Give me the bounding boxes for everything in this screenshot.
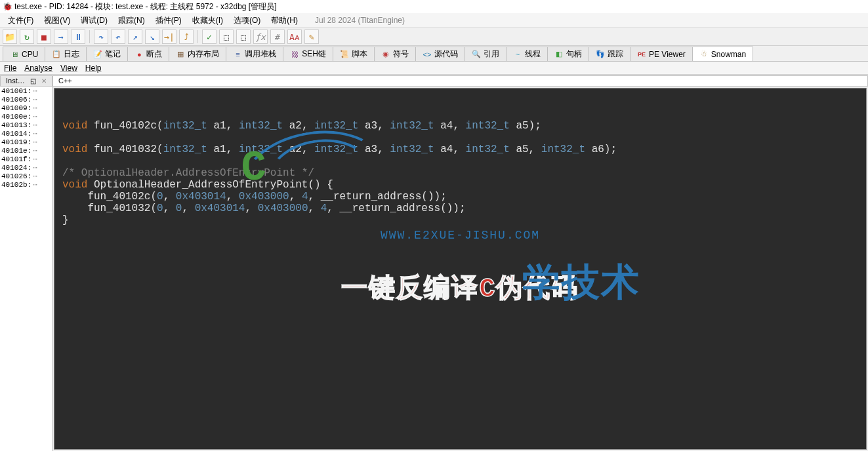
toolbar-step-8[interactable]: ↘: [145, 29, 159, 44]
watermark-slogan: 一键反编译C伪代码: [280, 269, 640, 305]
toolbar-run[interactable]: →: [54, 29, 68, 44]
toolbar-stop[interactable]: ■: [37, 29, 51, 44]
menu-plugins[interactable]: 插件(P): [150, 14, 187, 28]
sym-icon: ◉: [381, 50, 390, 59]
menu-trace[interactable]: 跟踪(N): [113, 14, 150, 28]
script-icon: 📜: [340, 50, 349, 59]
watermark: C 学技术 WWW.E2XUE-JISHU.COM 一键反编译C伪代码: [280, 128, 640, 329]
tab-handles[interactable]: ◧句柄: [547, 47, 589, 61]
menu-file[interactable]: 文件(F): [3, 14, 39, 28]
panel-tab-cpp[interactable]: C++: [52, 75, 868, 87]
address-row[interactable]: 40100e:⋯: [0, 112, 52, 121]
toolbar-pause[interactable]: ⏸: [71, 29, 85, 44]
toolbar-step-into[interactable]: ↷: [94, 29, 108, 44]
bp-icon: ●: [134, 50, 144, 59]
detach-icon[interactable]: ◱: [30, 77, 36, 85]
tab-source[interactable]: <>源代码: [415, 47, 465, 61]
submenu-view[interactable]: View: [60, 64, 77, 73]
tab-notes[interactable]: 📝笔记: [86, 47, 128, 61]
address-row[interactable]: 401009:⋯: [0, 104, 52, 112]
pe-icon: PE: [637, 50, 646, 59]
trace-icon: 👣: [596, 50, 605, 59]
submenu-help[interactable]: Help: [85, 64, 102, 73]
toolbar-edit[interactable]: ✎: [304, 29, 319, 44]
divider: [197, 30, 198, 43]
menu-debug[interactable]: 调试(D): [75, 14, 113, 28]
menu-options[interactable]: 选项(O): [228, 14, 266, 28]
tab-pe[interactable]: PEPE Viewer: [630, 47, 693, 61]
menu-favorites[interactable]: 收藏夹(I): [187, 14, 228, 28]
submenu-analyse[interactable]: Analyse: [24, 64, 52, 73]
toolbar-hash[interactable]: #: [270, 29, 285, 44]
toolbar-fx[interactable]: ƒx: [253, 29, 268, 44]
toolbar-label[interactable]: Aᴀ: [287, 29, 302, 44]
toolbar-step-over[interactable]: ↶: [111, 29, 125, 44]
address-row[interactable]: 401006:⋯: [0, 95, 52, 104]
tab-memmap[interactable]: ▦内存布局: [169, 47, 226, 61]
snowman-icon: ☃: [699, 50, 709, 59]
address-row[interactable]: 40102b:⋯: [0, 180, 52, 189]
panel-tab-inst[interactable]: Inst… ◱ ✕: [0, 75, 52, 87]
notes-icon: 📝: [93, 50, 102, 59]
tab-log[interactable]: 📋日志: [45, 47, 87, 61]
snowman-menubar: File Analyse View Help: [0, 62, 868, 75]
main-area: 401001:⋯401006:⋯401009:⋯40100e:⋯401013:⋯…: [0, 87, 868, 451]
toolbar-exec-till[interactable]: ⤴: [179, 29, 194, 44]
toolbar-comment[interactable]: ⬚: [236, 29, 251, 44]
toolbar: 📁 ↻ ■ → ⏸ ↷ ↶ ↗ ↘ →| ⤴ ✓ ⬚ ⬚ ƒx # Aᴀ ✎: [0, 28, 868, 46]
address-row[interactable]: 401014:⋯: [0, 129, 52, 138]
titlebar: 🐞 test.exe - PID: 14284 - 模块: test.exe -…: [0, 0, 868, 13]
divider: [89, 30, 90, 43]
ref-icon: 🔍: [472, 50, 481, 59]
tab-snowman[interactable]: ☃Snowman: [692, 47, 753, 61]
panel-tabs: Inst… ◱ ✕ C++: [0, 75, 868, 87]
build-info: Jul 28 2024 (TitanEngine): [310, 14, 410, 26]
address-row[interactable]: 401026:⋯: [0, 172, 52, 180]
address-row[interactable]: 40101f:⋯: [0, 155, 52, 163]
toolbar-patches[interactable]: ⬚: [219, 29, 234, 44]
watermark-url: WWW.E2XUE-JISHU.COM: [280, 229, 640, 242]
tab-trace[interactable]: 👣跟踪: [589, 47, 630, 61]
stack-icon: ≡: [233, 50, 242, 59]
address-row[interactable]: 40101e:⋯: [0, 146, 52, 155]
toolbar-step-out[interactable]: ↗: [128, 29, 142, 44]
tab-seh[interactable]: ⛓SEH链: [283, 47, 333, 61]
address-row[interactable]: 401001:⋯: [0, 87, 52, 95]
address-row[interactable]: 401024:⋯: [0, 163, 52, 172]
toolbar-check[interactable]: ✓: [202, 29, 217, 44]
decompiled-code[interactable]: void fun_40102c(int32_t a1, int32_t a2, …: [54, 88, 867, 450]
menubar: 文件(F) 视图(V) 调试(D) 跟踪(N) 插件(P) 收藏夹(I) 选项(…: [0, 13, 868, 28]
tab-symbols[interactable]: ◉符号: [374, 47, 416, 61]
tab-threads[interactable]: ~线程: [506, 47, 548, 61]
tab-cpu[interactable]: 🖥CPU: [3, 47, 45, 61]
window-title: test.exe - PID: 14284 - 模块: test.exe - 线…: [14, 1, 276, 12]
close-icon[interactable]: ✕: [41, 77, 47, 85]
tab-script[interactable]: 📜脚本: [333, 47, 375, 61]
address-row[interactable]: 401019:⋯: [0, 138, 52, 146]
tab-refs[interactable]: 🔍引用: [465, 47, 506, 61]
cpu-icon: 🖥: [10, 50, 19, 59]
menu-help[interactable]: 帮助(H): [266, 14, 303, 28]
seh-icon: ⛓: [290, 50, 299, 59]
toolbar-restart[interactable]: ↻: [20, 29, 34, 44]
instruction-list[interactable]: 401001:⋯401006:⋯401009:⋯40100e:⋯401013:⋯…: [0, 87, 52, 451]
log-icon: 📋: [52, 50, 61, 59]
mem-icon: ▦: [176, 50, 185, 59]
toolbar-open[interactable]: 📁: [3, 29, 17, 44]
menu-view[interactable]: 视图(V): [39, 14, 75, 28]
thread-icon: ~: [513, 50, 522, 59]
app-icon: 🐞: [3, 2, 12, 11]
address-row[interactable]: 401013:⋯: [0, 121, 52, 129]
submenu-file[interactable]: File: [4, 64, 16, 73]
toolbar-run-to[interactable]: →|: [162, 29, 176, 44]
tabbar: 🖥CPU 📋日志 📝笔记 ●断点 ▦内存布局 ≡调用堆栈 ⛓SEH链 📜脚本 ◉…: [0, 46, 868, 62]
src-icon: <>: [423, 50, 432, 59]
handle-icon: ◧: [554, 50, 564, 59]
tab-callstack[interactable]: ≡调用堆栈: [226, 47, 283, 61]
tab-breakpoints[interactable]: ●断点: [127, 47, 169, 61]
